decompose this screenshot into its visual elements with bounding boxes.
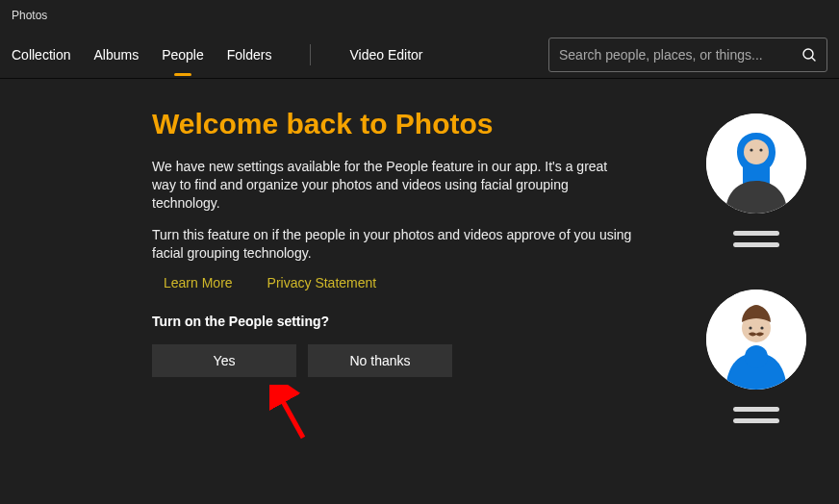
links-row: Learn More Privacy Statement [164,275,635,290]
question-label: Turn on the People setting? [152,314,635,329]
titlebar: Photos [0,0,839,31]
svg-point-0 [803,49,813,59]
placeholder-bar [733,407,779,412]
yes-button[interactable]: Yes [152,344,296,377]
svg-point-4 [750,148,752,151]
svg-point-9 [749,326,751,329]
topbar: Collection Albums People Folders Video E… [0,31,839,79]
no-thanks-button[interactable]: No thanks [308,344,452,377]
svg-point-10 [760,326,763,329]
page-title: Welcome back to Photos [152,108,635,140]
placeholder-bar [733,418,779,423]
svg-line-1 [812,58,815,61]
main-panel: Welcome back to Photos We have new setti… [0,108,674,448]
privacy-statement-link[interactable]: Privacy Statement [267,275,377,290]
intro-paragraph-2: Turn this feature on if the people in yo… [152,226,633,263]
learn-more-link[interactable]: Learn More [164,275,233,290]
tab-collection[interactable]: Collection [12,43,70,66]
tab-folders[interactable]: Folders [227,43,272,66]
svg-point-7 [745,345,768,368]
placeholder-bars [733,407,779,423]
buttons-row: Yes No thanks [152,344,635,377]
search-box[interactable] [548,38,827,72]
app-title: Photos [12,9,47,22]
placeholder-bar [733,242,779,247]
avatar-column [674,108,839,448]
intro-paragraph-1: We have new settings available for the P… [152,158,633,213]
tab-video-editor[interactable]: Video Editor [349,43,422,66]
tabs-container: Collection Albums People Folders Video E… [12,43,422,66]
tab-people[interactable]: People [162,43,204,66]
tab-divider [310,44,311,65]
search-input[interactable] [559,47,801,63]
svg-point-3 [744,139,769,164]
placeholder-bars [733,231,779,247]
placeholder-bar [733,231,779,236]
tab-albums[interactable]: Albums [93,43,139,66]
avatar [706,290,806,390]
content: Welcome back to Photos We have new setti… [0,79,839,448]
svg-point-5 [759,148,762,151]
search-icon[interactable] [801,47,817,63]
avatar [706,113,806,214]
